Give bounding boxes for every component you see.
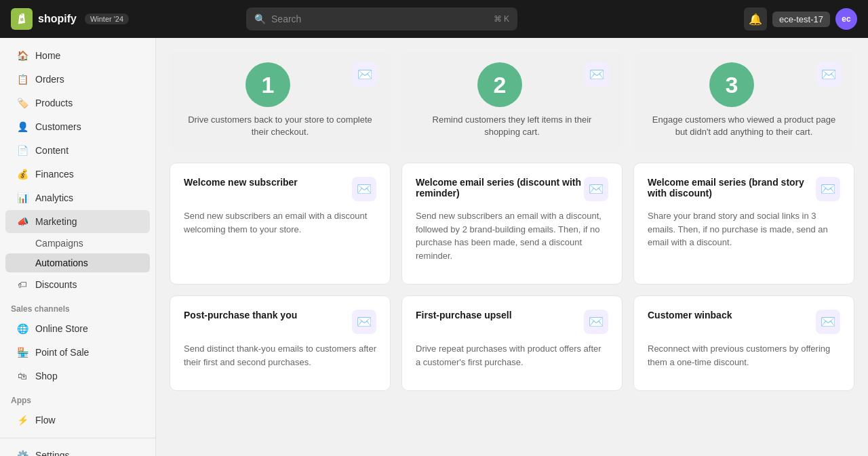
automation-card-welcome-new-subscriber[interactable]: Welcome new subscriber ✉️ Send new subsc…: [170, 163, 391, 285]
email-icon-3: ✉️: [352, 310, 376, 334]
card-header-0: Welcome new subscriber ✉️: [184, 177, 376, 201]
partial-card-1-text: Drive customers back to your store to co…: [183, 114, 377, 138]
content-icon: 📄: [16, 144, 28, 157]
card-header-5: Customer winback ✉️: [648, 310, 840, 334]
partial-email-icon-1: ✉️: [353, 62, 377, 87]
sidebar-item-finances[interactable]: 💰 Finances: [5, 163, 150, 186]
sidebar-item-marketing-label: Marketing: [35, 216, 77, 227]
marketing-icon: 📣: [16, 215, 28, 228]
email-icon-2: ✉️: [816, 177, 840, 201]
sidebar-item-orders-label: Orders: [35, 74, 64, 85]
sidebar-item-flow[interactable]: ⚡ Flow: [5, 409, 150, 432]
sidebar-item-settings[interactable]: ⚙️ Settings: [5, 444, 150, 456]
sidebar-item-point-of-sale[interactable]: 🏪 Point of Sale: [5, 341, 150, 364]
sidebar-item-home[interactable]: 🏠 Home: [5, 44, 150, 67]
search-bar[interactable]: 🔍 Search ⌘ K: [246, 7, 517, 30]
customers-icon: 👤: [16, 121, 28, 133]
card-header-2: Welcome email series (brand story with d…: [648, 177, 840, 201]
automation-card-customer-winback[interactable]: Customer winback ✉️ Reconnect with previ…: [633, 295, 854, 391]
search-placeholder: Search: [271, 14, 301, 24]
sidebar-nav: 🏠 Home 📋 Orders 🏷️ Products 👤 Customers …: [0, 38, 155, 438]
sidebar-item-discounts-label: Discounts: [35, 279, 77, 290]
sidebar-sub-automations-label: Automations: [35, 257, 88, 268]
shop-icon: 🛍: [16, 370, 28, 382]
finances-icon: 💰: [16, 168, 28, 180]
card-title-0: Welcome new subscriber: [184, 177, 352, 188]
sidebar-sub-campaigns-label: Campaigns: [35, 238, 83, 249]
partial-card-3[interactable]: 3 ✉️ Engage customers who viewed a produ…: [633, 51, 854, 152]
card-title-2: Welcome email series (brand story with d…: [648, 177, 816, 199]
sidebar-item-products[interactable]: 🏷️ Products: [5, 91, 150, 115]
flow-icon: ⚡: [16, 414, 28, 426]
partial-card-3-text: Engage customers who viewed a product pa…: [647, 114, 841, 138]
card-desc-5: Reconnect with previous customers by off…: [648, 342, 840, 369]
sidebar-item-content[interactable]: 📄 Content: [5, 139, 150, 162]
sidebar-item-orders[interactable]: 📋 Orders: [5, 68, 150, 91]
partial-card-1[interactable]: 1 ✉️ Drive customers back to your store …: [170, 51, 391, 152]
card-title-4: First-purchase upsell: [416, 310, 584, 320]
point-of-sale-icon: 🏪: [16, 346, 28, 358]
automation-grid: Welcome new subscriber ✉️ Send new subsc…: [170, 163, 854, 391]
sidebar-item-home-label: Home: [35, 50, 60, 61]
notifications-button[interactable]: 🔔: [744, 7, 767, 30]
search-shortcut: ⌘ K: [494, 14, 509, 24]
automation-card-first-purchase-upsell[interactable]: First-purchase upsell ✉️ Drive repeat pu…: [401, 295, 623, 391]
sidebar-sub-campaigns[interactable]: Campaigns: [5, 234, 150, 253]
shopify-name-label: shopify: [38, 13, 77, 25]
card-header-3: Post-purchase thank you ✉️: [184, 310, 376, 334]
email-icon-5: ✉️: [816, 310, 840, 334]
analytics-icon: 📊: [16, 192, 28, 204]
partial-card-2[interactable]: 2 ✉️ Remind customers they left items in…: [401, 51, 623, 152]
card-title-1: Welcome email series (discount with remi…: [416, 177, 584, 199]
partial-number-2: 2: [477, 62, 522, 107]
online-store-icon: 🌐: [16, 323, 28, 335]
sidebar-item-settings-label: Settings: [35, 450, 70, 456]
partial-number-1: 1: [245, 62, 290, 107]
settings-icon: ⚙️: [16, 449, 28, 456]
card-header-1: Welcome email series (discount with remi…: [416, 177, 608, 201]
sidebar-item-shop-label: Shop: [35, 371, 58, 381]
sidebar-sub-automations[interactable]: Automations: [5, 253, 150, 272]
partial-email-icon-2: ✉️: [585, 62, 609, 87]
partial-cards-row: 1 ✉️ Drive customers back to your store …: [170, 51, 854, 152]
sidebar-item-online-store[interactable]: 🌐 Online Store: [5, 317, 150, 340]
email-icon-4: ✉️: [584, 310, 608, 334]
topbar-right: 🔔 ece-test-17 ec: [744, 7, 857, 30]
sidebar-item-shop[interactable]: 🛍 Shop: [5, 365, 150, 388]
automation-card-welcome-discount-reminder[interactable]: Welcome email series (discount with remi…: [401, 163, 623, 285]
card-desc-4: Drive repeat purchases with product offe…: [416, 342, 608, 369]
winter-badge: Winter '24: [85, 14, 129, 24]
sidebar-item-customers[interactable]: 👤 Customers: [5, 115, 150, 138]
sidebar-item-finances-label: Finances: [35, 169, 74, 180]
card-header-4: First-purchase upsell ✉️: [416, 310, 608, 334]
discounts-icon: 🏷: [16, 278, 28, 291]
automation-card-post-purchase-thank-you[interactable]: Post-purchase thank you ✉️ Send distinct…: [170, 295, 391, 391]
sidebar-item-discounts[interactable]: 🏷 Discounts: [5, 273, 150, 296]
email-icon-1: ✉️: [584, 177, 608, 201]
app-wrapper: shopify Winter '24 🔍 Search ⌘ K 🔔 ece-te…: [0, 0, 868, 456]
sidebar-item-marketing[interactable]: 📣 Marketing: [5, 210, 150, 233]
products-icon: 🏷️: [16, 97, 28, 109]
sidebar-footer: ⚙️ Settings 🔒 Non-transferable: [0, 438, 155, 456]
avatar[interactable]: ec: [835, 8, 857, 30]
card-title-5: Customer winback: [648, 310, 816, 320]
sales-channels-section-label: Sales channels: [0, 299, 155, 316]
sidebar-item-content-label: Content: [35, 145, 68, 156]
content-area: 1 ✉️ Drive customers back to your store …: [156, 38, 868, 456]
card-desc-0: Send new subscribers an email with a dis…: [184, 209, 376, 236]
partial-card-2-text: Remind customers they left items in thei…: [415, 114, 609, 138]
sidebar-item-point-of-sale-label: Point of Sale: [35, 347, 89, 358]
apps-section-label: Apps: [0, 390, 155, 408]
orders-icon: 📋: [16, 73, 28, 85]
automation-card-welcome-brand-story[interactable]: Welcome email series (brand story with d…: [633, 163, 854, 285]
sidebar: 🏠 Home 📋 Orders 🏷️ Products 👤 Customers …: [0, 38, 156, 456]
sidebar-item-flow-label: Flow: [35, 415, 56, 426]
sidebar-item-analytics[interactable]: 📊 Analytics: [5, 186, 150, 209]
sidebar-item-products-label: Products: [35, 98, 73, 108]
topbar: shopify Winter '24 🔍 Search ⌘ K 🔔 ece-te…: [0, 0, 868, 38]
card-title-3: Post-purchase thank you: [184, 310, 352, 320]
card-desc-1: Send new subscribers an email with a dis…: [416, 209, 608, 262]
store-name-badge[interactable]: ece-test-17: [772, 12, 830, 27]
email-icon-0: ✉️: [352, 177, 376, 201]
shopify-logo[interactable]: shopify: [11, 8, 77, 30]
